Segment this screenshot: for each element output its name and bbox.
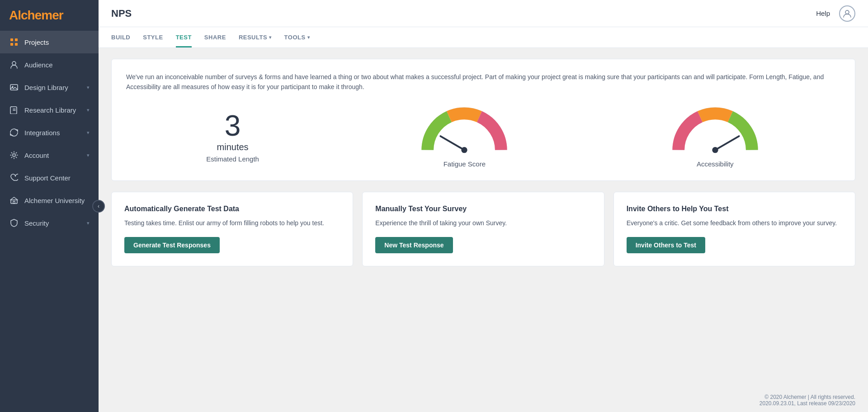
fatigue-gauge: Fatigue Score (419, 107, 509, 168)
sidebar-item-label: Account (24, 152, 49, 159)
tab-style[interactable]: STYLE (143, 34, 163, 47)
sidebar-item-audience[interactable]: Audience (0, 53, 99, 76)
tab-share[interactable]: SHARE (204, 34, 226, 47)
svg-line-13 (441, 136, 465, 150)
tab-results[interactable]: RESULTS▾ (239, 34, 272, 47)
chevron-icon: ▾ (87, 220, 90, 226)
info-description: We've run an inconceivable number of sur… (126, 72, 840, 92)
sidebar-item-account[interactable]: Account ▾ (0, 144, 99, 166)
shield-icon (9, 218, 19, 228)
metrics-row: 3 minutes Estimated Length (126, 107, 840, 168)
svg-point-14 (462, 147, 467, 153)
action-card-button-manually-test[interactable]: New Test Response (375, 237, 453, 253)
action-card-description: Experience the thrill of taking your own… (375, 218, 591, 228)
estimated-length-unit: minutes (217, 142, 249, 152)
main-content: NPS Help BUILDSTYLETESTSHARERESULTS▾TOOL… (99, 0, 868, 412)
action-cards-row: Automatically Generate Test Data Testing… (111, 192, 855, 266)
tab-label: TOOLS (284, 34, 306, 41)
svg-rect-5 (10, 85, 18, 90)
sidebar-item-label: Research Library (24, 106, 76, 114)
tab-label: TEST (176, 34, 192, 41)
action-card-invite-others: Invite Others to Help You Test Everyone'… (613, 192, 855, 266)
sidebar-item-label: Security (24, 219, 49, 227)
tab-label: BUILD (111, 34, 130, 41)
svg-point-4 (12, 62, 16, 65)
footer: © 2020 Alchemer | All rights reserved. 2… (99, 388, 868, 412)
svg-point-12 (845, 10, 849, 14)
estimated-length-value: 3 (225, 111, 241, 140)
svg-rect-0 (10, 38, 13, 41)
svg-rect-2 (10, 43, 13, 46)
heart-icon (9, 173, 19, 183)
footer-line1: © 2020 Alchemer | All rights reserved. (111, 394, 855, 400)
university-icon (9, 195, 19, 205)
tab-test[interactable]: TEST (176, 34, 192, 47)
gear-icon (9, 150, 19, 160)
fatigue-label: Fatigue Score (443, 160, 486, 168)
svg-rect-3 (15, 43, 18, 46)
help-link[interactable]: Help (816, 9, 830, 17)
svg-point-9 (13, 154, 15, 156)
sidebar-item-alchemer-university[interactable]: Alchemer University (0, 189, 99, 212)
sidebar-collapse-button[interactable]: ‹ (92, 200, 105, 213)
action-card-manually-test: Manually Test Your Survey Experience the… (362, 192, 604, 266)
sidebar-item-security[interactable]: Security ▾ (0, 212, 99, 234)
tab-label: SHARE (204, 34, 226, 41)
content-area: We've run an inconceivable number of sur… (99, 48, 868, 388)
caret-icon: ▾ (269, 35, 272, 40)
refresh-icon (9, 128, 19, 137)
chevron-icon: ▾ (87, 107, 90, 113)
action-card-title: Invite Others to Help You Test (627, 205, 842, 213)
action-card-description: Everyone's a critic. Get some feedback f… (627, 218, 842, 228)
svg-line-15 (715, 136, 739, 150)
accessibility-label: Accessibility (697, 160, 734, 168)
action-card-description: Testing takes time. Enlist our army of f… (124, 218, 340, 228)
footer-line2: 2020.09.23.01, Last release 09/23/2020 (111, 400, 855, 407)
sidebar-item-projects[interactable]: Projects (0, 31, 99, 53)
svg-point-16 (712, 147, 718, 153)
sidebar-item-label: Integrations (24, 129, 60, 137)
estimated-length-label: Estimated Length (206, 155, 259, 163)
caret-icon: ▾ (307, 35, 310, 40)
action-card-title: Automatically Generate Test Data (124, 205, 340, 213)
chevron-icon: ▾ (87, 85, 90, 90)
nav-tabs: BUILDSTYLETESTSHARERESULTS▾TOOLS▾ (99, 27, 868, 48)
svg-rect-1 (15, 38, 18, 41)
sidebar-item-integrations[interactable]: Integrations ▾ (0, 121, 99, 144)
logo-text: Alchemer (9, 8, 63, 22)
sidebar-item-support-center[interactable]: Support Center (0, 166, 99, 189)
topbar-right: Help (816, 5, 855, 22)
tab-build[interactable]: BUILD (111, 34, 130, 47)
action-card-title: Manually Test Your Survey (375, 205, 591, 213)
sidebar-item-label: Audience (24, 61, 53, 69)
chevron-icon: ▾ (87, 152, 90, 158)
page-title: NPS (111, 8, 132, 19)
sidebar-item-design-library[interactable]: Design Library ▾ (0, 76, 99, 99)
sidebar-item-label: Design Library (24, 84, 68, 91)
sidebar-item-label: Projects (24, 38, 49, 46)
sidebar-item-research-library[interactable]: Research Library ▾ (0, 99, 99, 121)
tab-label: RESULTS (239, 34, 267, 41)
sidebar-items: Projects Audience Design Library ▾ Resea… (0, 31, 99, 234)
tab-label: STYLE (143, 34, 163, 41)
grid-icon (9, 37, 19, 47)
image-icon (9, 82, 19, 92)
action-card-button-auto-generate[interactable]: Generate Test Responses (124, 237, 220, 253)
person-icon (9, 60, 19, 70)
accessibility-gauge-svg (670, 107, 760, 156)
fatigue-gauge-svg (419, 107, 509, 156)
topbar: NPS Help (99, 0, 868, 27)
tab-tools[interactable]: TOOLS▾ (284, 34, 310, 47)
estimated-length-metric: 3 minutes Estimated Length (206, 111, 259, 163)
chevron-icon: ▾ (87, 130, 90, 136)
accessibility-gauge: Accessibility (670, 107, 760, 168)
sidebar-item-label: Support Center (24, 174, 71, 182)
action-card-button-invite-others[interactable]: Invite Others to Test (627, 237, 705, 253)
action-card-auto-generate: Automatically Generate Test Data Testing… (111, 192, 353, 266)
sidebar-logo[interactable]: Alchemer (0, 0, 99, 31)
info-card: We've run an inconceivable number of sur… (111, 59, 855, 181)
svg-rect-10 (11, 200, 17, 204)
user-avatar[interactable] (839, 5, 855, 22)
sidebar: Alchemer Projects Audience Design Librar… (0, 0, 99, 412)
book-icon (9, 105, 19, 115)
